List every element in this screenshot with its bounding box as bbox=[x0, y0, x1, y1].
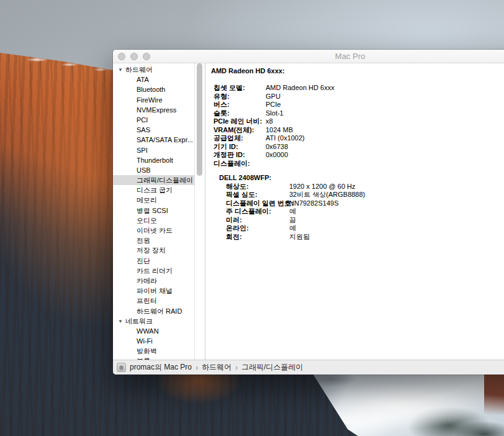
sidebar-section-label: 네트워크 bbox=[125, 317, 153, 325]
sidebar-item[interactable]: 방화벽 bbox=[113, 346, 194, 356]
property-value: 지원됨 bbox=[289, 233, 310, 242]
titlebar[interactable]: Mac Pro bbox=[113, 50, 504, 63]
disclosure-triangle-icon[interactable]: ▼ bbox=[118, 319, 123, 324]
property-value: 0x6738 bbox=[266, 143, 288, 152]
property-row: 픽셀 심도:32비트 색상(ARGB8888) bbox=[226, 191, 504, 199]
breadcrumb-item[interactable]: promac의 Mac Pro bbox=[130, 362, 192, 373]
sidebar-item[interactable]: 전원 bbox=[113, 235, 194, 245]
property-row: 해상도:1920 x 1200 @ 60 Hz bbox=[226, 183, 504, 191]
sidebar-item[interactable]: NVMExpress bbox=[113, 105, 194, 115]
property-value: GPU bbox=[266, 93, 281, 101]
property-label: 공급업체: bbox=[214, 134, 266, 143]
sidebar-item[interactable]: 파이버 채널 bbox=[113, 286, 194, 296]
desktop: { "window": { "title": "Mac Pro" }, "col… bbox=[0, 0, 504, 436]
sidebar-item[interactable]: 디스크 굽기 bbox=[113, 185, 194, 195]
property-value: 예 bbox=[289, 207, 296, 216]
disclosure-triangle-icon[interactable]: ▼ bbox=[118, 67, 123, 73]
property-label: PCIe 레인 너비: bbox=[214, 117, 266, 126]
property-value: 예 bbox=[289, 224, 296, 233]
sidebar-section-header[interactable]: ▼네트워크 bbox=[113, 316, 194, 326]
property-row: 기기 ID:0x6738 bbox=[214, 143, 504, 152]
sidebar: ▼하드웨어ATABluetoothFireWireNVMExpressPCISA… bbox=[113, 63, 194, 360]
property-row: 주 디스플레이:예 bbox=[226, 207, 504, 216]
detail-heading: AMD Radeon HD 6xxx: bbox=[211, 67, 504, 75]
property-row: 유형:GPU bbox=[214, 93, 504, 101]
breadcrumb-bar: promac의 Mac Pro›하드웨어›그래픽/디스플레이 bbox=[113, 360, 504, 375]
window-title: Mac Pro bbox=[113, 50, 504, 63]
sidebar-item[interactable]: SATA/SATA Expr... bbox=[113, 135, 194, 145]
property-label: VRAM(전체): bbox=[214, 126, 266, 135]
sidebar-item[interactable]: FireWire bbox=[113, 95, 194, 105]
sidebar-scrollbar bbox=[194, 63, 205, 360]
property-value: AMD Radeon HD 6xxx bbox=[266, 84, 335, 93]
sidebar-item[interactable]: 그래픽/디스플레이 bbox=[113, 175, 194, 185]
scrollbar-thumb[interactable] bbox=[197, 63, 202, 176]
property-value: 1920 x 1200 @ 60 Hz bbox=[289, 183, 356, 191]
property-label: 디스플레이: bbox=[214, 160, 266, 168]
sidebar-item[interactable]: PCI bbox=[113, 115, 194, 125]
property-label: 해상도: bbox=[226, 183, 289, 191]
breadcrumb-separator-icon: › bbox=[196, 363, 198, 372]
mac-pro-icon bbox=[117, 363, 126, 372]
sidebar-item[interactable]: Thunderbolt bbox=[113, 155, 194, 165]
property-row: 공급업체:ATI (0x1002) bbox=[214, 134, 504, 143]
property-label: 디스플레이 일련 번호: bbox=[226, 199, 289, 208]
property-value: 끔 bbox=[289, 216, 296, 225]
property-label: 미러: bbox=[226, 216, 289, 225]
property-label: 칩셋 모델: bbox=[214, 84, 266, 93]
display-property-list: 해상도:1920 x 1200 @ 60 Hz픽셀 심도:32비트 색상(ARG… bbox=[219, 183, 504, 242]
sidebar-item[interactable]: 이더넷 카드 bbox=[113, 225, 194, 235]
property-label: 유형: bbox=[214, 93, 266, 101]
property-label: 온라인: bbox=[226, 224, 289, 233]
property-row: 개정판 ID:0x0000 bbox=[214, 151, 504, 160]
property-value: ATI (0x1002) bbox=[266, 134, 305, 143]
sidebar-item[interactable]: WWAN bbox=[113, 326, 194, 336]
sidebar-item[interactable]: 카드 리더기 bbox=[113, 266, 194, 276]
sidebar-item[interactable]: 진단 bbox=[113, 256, 194, 266]
sidebar-item[interactable]: ATA bbox=[113, 75, 194, 84]
sidebar-item[interactable]: Wi-Fi bbox=[113, 336, 194, 346]
sidebar-item[interactable]: 프린터 bbox=[113, 296, 194, 306]
breadcrumb: promac의 Mac Pro›하드웨어›그래픽/디스플레이 bbox=[130, 362, 303, 373]
property-row: 버스:PCIe bbox=[214, 101, 504, 109]
property-label: 주 디스플레이: bbox=[226, 207, 289, 216]
breadcrumb-item[interactable]: 그래픽/디스플레이 bbox=[241, 362, 303, 373]
sidebar-item[interactable]: Bluetooth bbox=[113, 84, 194, 94]
sidebar-item[interactable]: 병렬 SCSI bbox=[113, 206, 194, 216]
property-value: 1024 MB bbox=[266, 126, 293, 135]
sidebar-item[interactable]: 메모리 bbox=[113, 195, 194, 205]
display-heading: DELL 2408WFP: bbox=[219, 174, 504, 183]
property-label: 개정판 ID: bbox=[214, 151, 266, 160]
property-row: 미러:끔 bbox=[226, 216, 504, 225]
property-value: NN79282S149S bbox=[289, 199, 339, 208]
sidebar-item[interactable]: SPI bbox=[113, 145, 194, 155]
property-label: 기기 ID: bbox=[214, 143, 266, 152]
sidebar-item[interactable]: 오디오 bbox=[113, 216, 194, 225]
property-row: 회전:지원됨 bbox=[226, 233, 504, 242]
property-value: x8 bbox=[266, 117, 273, 126]
property-value: Slot-1 bbox=[266, 109, 284, 118]
sidebar-section-label: 하드웨어 bbox=[125, 66, 153, 73]
system-information-window: Mac Pro ▼하드웨어ATABluetoothFireWireNVMExpr… bbox=[113, 50, 504, 375]
property-row: 온라인:예 bbox=[226, 224, 504, 233]
property-value: 0x0000 bbox=[266, 151, 288, 160]
display-section: DELL 2408WFP: 해상도:1920 x 1200 @ 60 Hz픽셀 … bbox=[219, 174, 504, 241]
sidebar-section-header[interactable]: ▼하드웨어 bbox=[113, 65, 194, 75]
property-label: 슬롯: bbox=[214, 109, 266, 118]
sidebar-item[interactable]: 저장 장치 bbox=[113, 245, 194, 255]
property-label: 버스: bbox=[214, 101, 266, 109]
sidebar-item[interactable]: 카메라 bbox=[113, 276, 194, 286]
sidebar-item[interactable]: USB bbox=[113, 165, 194, 175]
property-row: VRAM(전체):1024 MB bbox=[214, 126, 504, 135]
breadcrumb-item[interactable]: 하드웨어 bbox=[202, 362, 232, 373]
breadcrumb-separator-icon: › bbox=[235, 363, 238, 372]
property-row: 디스플레이: bbox=[214, 160, 504, 168]
property-list: 칩셋 모델:AMD Radeon HD 6xxx유형:GPU버스:PCIe슬롯:… bbox=[211, 84, 504, 160]
wallpaper-red-rock bbox=[484, 371, 504, 414]
sidebar-item[interactable]: 하드웨어 RAID bbox=[113, 306, 194, 316]
property-label: 회전: bbox=[226, 233, 289, 242]
window-body: ▼하드웨어ATABluetoothFireWireNVMExpressPCISA… bbox=[113, 63, 504, 360]
property-row: 슬롯:Slot-1 bbox=[214, 109, 504, 118]
sidebar-item[interactable]: SAS bbox=[113, 125, 194, 135]
property-row: 디스플레이 일련 번호:NN79282S149S bbox=[226, 199, 504, 208]
